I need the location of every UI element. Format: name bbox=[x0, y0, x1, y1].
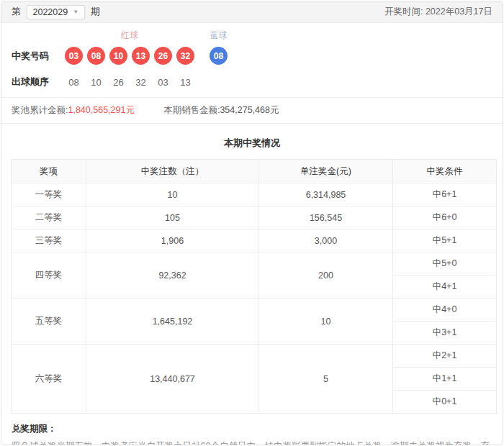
table-row: 五等奖1,645,19210中4+0 bbox=[12, 299, 497, 322]
blue-group-label: 蓝球 bbox=[210, 29, 228, 42]
count-cell: 1,645,192 bbox=[86, 299, 259, 345]
redemption-title: 兑奖期限： bbox=[12, 423, 492, 435]
chevron-down-icon: ▼ bbox=[73, 9, 78, 15]
count-cell: 10 bbox=[86, 183, 259, 206]
condition-cell: 中1+1 bbox=[393, 368, 497, 391]
draw-time: 开奖时间: 2022年03月17日 bbox=[384, 6, 492, 18]
period-suffix-label: 期 bbox=[91, 6, 100, 18]
count-cell: 105 bbox=[86, 206, 259, 229]
draw-time-value: 2022年03月17日 bbox=[426, 6, 492, 17]
draw-order-number: 10 bbox=[87, 77, 105, 88]
condition-cell: 中3+1 bbox=[393, 322, 497, 345]
condition-cell: 中4+1 bbox=[393, 276, 497, 299]
redemption-text: 双色球兑奖当期有效。中奖者应当自开奖之日起60个自然日内，持中奖彩票到指定的地点… bbox=[12, 440, 492, 445]
ball-group-labels: 红球 蓝球 bbox=[65, 29, 492, 42]
red-ball: 32 bbox=[176, 47, 194, 65]
amount-cell: 156,545 bbox=[259, 206, 393, 229]
table-row: 二等奖105156,545中6+0 bbox=[12, 206, 497, 229]
draw-order-number: 03 bbox=[154, 77, 172, 88]
prize-table-header-row: 奖项 中奖注数（注） 单注奖金(元) 中奖条件 bbox=[12, 160, 497, 183]
amount-cell: 3,000 bbox=[259, 229, 393, 252]
red-balls: 030810132632 bbox=[65, 47, 194, 65]
table-row: 一等奖106,314,985中6+1 bbox=[12, 183, 497, 206]
condition-cell: 中4+0 bbox=[393, 299, 497, 322]
sales-label: 本期销售金额: bbox=[163, 104, 220, 117]
redemption-note: 兑奖期限： 双色球兑奖当期有效。中奖者应当自开奖之日起60个自然日内，持中奖彩票… bbox=[1, 414, 503, 445]
prize-cell: 三等奖 bbox=[12, 229, 86, 252]
prize-table: 奖项 中奖注数（注） 单注奖金(元) 中奖条件 一等奖106,314,985中6… bbox=[11, 159, 497, 414]
count-cell: 1,906 bbox=[86, 229, 259, 252]
draw-order-row: 出球顺序 081026320313 bbox=[12, 76, 492, 88]
count-cell: 13,440,677 bbox=[86, 345, 259, 414]
red-ball: 13 bbox=[132, 47, 150, 65]
condition-cell: 中2+1 bbox=[393, 345, 497, 368]
header-prize: 奖项 bbox=[12, 160, 86, 183]
red-ball: 26 bbox=[154, 47, 172, 65]
topbar: 第 2022029 ▼ 期 开奖时间: 2022年03月17日 bbox=[1, 1, 503, 23]
period-select-value: 2022029 bbox=[33, 7, 68, 17]
amount-cell: 6,314,985 bbox=[259, 183, 393, 206]
winning-numbers-label: 中奖号码 bbox=[12, 50, 65, 63]
header-amount: 单注奖金(元) bbox=[259, 160, 393, 183]
count-cell: 92,362 bbox=[86, 252, 259, 299]
pool-row: 奖池累计金额: 1,840,565,291元 本期销售金额: 354,275,4… bbox=[1, 97, 503, 123]
draw-order-numbers: 081026320313 bbox=[65, 77, 194, 88]
jackpot-value: 1,840,565,291元 bbox=[68, 104, 134, 117]
condition-cell: 中6+0 bbox=[393, 206, 497, 229]
prize-table-body: 一等奖106,314,985中6+1二等奖105156,545中6+0三等奖1,… bbox=[12, 183, 497, 414]
table-row: 三等奖1,9063,000中5+1 bbox=[12, 229, 497, 252]
table-row: 四等奖92,362200中5+0 bbox=[12, 252, 497, 276]
draw-order-number: 08 bbox=[65, 77, 83, 88]
draw-time-label: 开奖时间: bbox=[384, 6, 426, 17]
red-ball: 10 bbox=[109, 47, 127, 65]
prize-cell: 二等奖 bbox=[12, 206, 86, 229]
winning-numbers-row: 中奖号码 030810132632 08 bbox=[12, 47, 492, 65]
jackpot-label: 奖池累计金额: bbox=[12, 104, 68, 117]
prize-cell: 五等奖 bbox=[12, 299, 86, 345]
prize-table-section: 本期中奖情况 奖项 中奖注数（注） 单注奖金(元) 中奖条件 一等奖106,31… bbox=[1, 123, 503, 414]
period-select[interactable]: 2022029 ▼ bbox=[27, 5, 86, 19]
draw-order-number: 26 bbox=[109, 77, 127, 88]
amount-cell: 10 bbox=[259, 299, 393, 345]
header-count: 中奖注数（注） bbox=[86, 160, 259, 183]
period-prefix-label: 第 bbox=[12, 6, 21, 18]
lottery-result-card: 第 2022029 ▼ 期 开奖时间: 2022年03月17日 红球 蓝球 中奖… bbox=[1, 1, 503, 445]
draw-order-number: 32 bbox=[132, 77, 150, 88]
period-selector-group: 第 2022029 ▼ 期 bbox=[12, 5, 100, 19]
red-ball: 08 bbox=[87, 47, 105, 65]
draw-order-label: 出球顺序 bbox=[12, 76, 65, 88]
condition-cell: 中5+0 bbox=[393, 252, 497, 276]
header-condition: 中奖条件 bbox=[393, 160, 497, 183]
prize-table-title: 本期中奖情况 bbox=[11, 129, 493, 159]
winning-numbers-section: 红球 蓝球 中奖号码 030810132632 08 出球顺序 08102632… bbox=[1, 23, 503, 97]
sales-value: 354,275,468元 bbox=[220, 104, 279, 117]
prize-cell: 六等奖 bbox=[12, 345, 86, 414]
table-row: 六等奖13,440,6775中2+1 bbox=[12, 345, 497, 368]
condition-cell: 中6+1 bbox=[393, 183, 497, 206]
red-group-label: 红球 bbox=[65, 29, 194, 42]
amount-cell: 5 bbox=[259, 345, 393, 414]
amount-cell: 200 bbox=[259, 252, 393, 299]
prize-cell: 一等奖 bbox=[12, 183, 86, 206]
prize-cell: 四等奖 bbox=[12, 252, 86, 299]
draw-order-number: 13 bbox=[176, 77, 194, 88]
red-ball: 03 bbox=[65, 47, 83, 65]
blue-ball: 08 bbox=[210, 47, 228, 65]
condition-cell: 中0+1 bbox=[393, 391, 497, 414]
condition-cell: 中5+1 bbox=[393, 229, 497, 252]
